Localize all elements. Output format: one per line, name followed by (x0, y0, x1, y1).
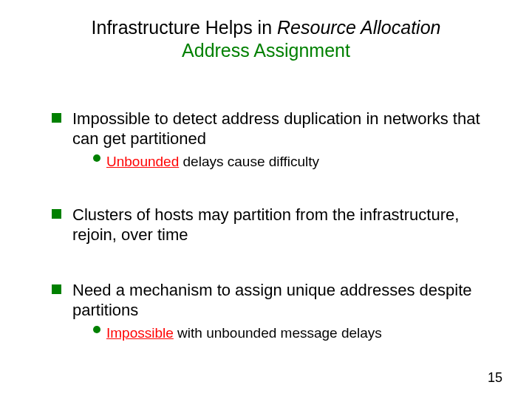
slide-body: Impossible to detect address duplication… (52, 109, 495, 342)
bullet-1: Impossible to detect address duplication… (52, 109, 495, 170)
bullet-1-sub: Unbounded delays cause difficulty (93, 154, 495, 171)
square-bullet-icon (52, 113, 61, 123)
round-bullet-icon (93, 326, 100, 333)
round-bullet-icon (93, 154, 100, 162)
title-line1-pre: Infrastructure Helps in (92, 17, 278, 38)
title-line1-italic: Resource Allocation (277, 17, 440, 38)
bullet-3: Need a mechanism to assign unique addres… (52, 281, 495, 341)
bullet-1-sub-rest: delays cause difficulty (179, 154, 319, 169)
bullet-1-sub-emph: Unbounded (106, 154, 179, 169)
bullet-2-text: Clusters of hosts may partition from the… (72, 205, 459, 244)
page-number: 15 (488, 370, 502, 386)
bullet-3-sub-rest: with unbounded message delays (174, 325, 382, 341)
slide-title: Infrastructure Helps in Resource Allocat… (0, 0, 532, 63)
slide: Infrastructure Helps in Resource Allocat… (0, 0, 532, 399)
bullet-2: Clusters of hosts may partition from the… (52, 205, 495, 245)
bullet-3-text: Need a mechanism to assign unique addres… (72, 281, 472, 319)
title-line2: Address Assignment (0, 39, 532, 62)
bullet-3-sub: Impossible with unbounded message delays (93, 325, 495, 342)
bullet-1-text: Impossible to detect address duplication… (72, 109, 480, 148)
square-bullet-icon (52, 284, 61, 294)
square-bullet-icon (52, 209, 61, 219)
bullet-3-sub-emph: Impossible (106, 325, 174, 341)
